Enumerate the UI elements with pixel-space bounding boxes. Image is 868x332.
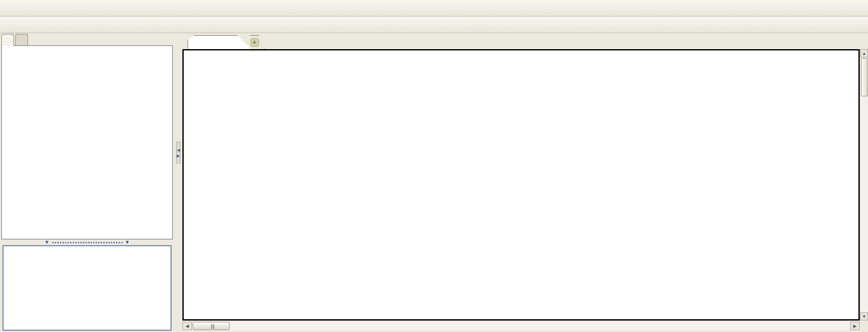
overview-diagram-panel [3,245,172,331]
splitter-grip [52,242,122,243]
browser-tree [1,45,173,239]
scroll-down-button[interactable]: ▼ [860,312,868,321]
horizontal-scroll-thumb[interactable] [193,322,230,330]
scroll-right-button[interactable]: ▶ [850,322,860,330]
diagram-canvas[interactable] [182,49,860,321]
canvas-horizontal-scrollbar[interactable]: ◀ ▶ [182,321,860,330]
canvas-vertical-scrollbar[interactable]: ▲ ▼ [860,49,868,321]
plus-icon: + [251,38,259,47]
tab-all-items[interactable] [188,35,251,49]
scroll-left-button[interactable]: ◀ [182,322,192,330]
main-toolbar [0,0,868,17]
horizontal-splitter[interactable]: ▼ ▼ [1,239,173,245]
diagram-tab-bar: + [182,34,868,49]
tab-diagram[interactable] [15,34,28,46]
splitter-collapse-handle[interactable]: ◀▶ [176,142,180,163]
scroll-up-button[interactable]: ▲ [860,49,868,57]
vertical-splitter[interactable]: ◀▶ [174,33,182,332]
splitter-down-icon: ▼ [125,240,130,245]
vertical-scroll-thumb[interactable] [861,58,868,96]
splitter-up-icon: ▼ [45,240,50,245]
tab-workspace[interactable] [1,34,14,46]
sidebar-tabs [1,34,29,46]
diagram-toolbar [0,17,868,33]
data-modeler-window: ▼ ▼ ◀▶ + ▲ ▼ ◀ ▶ [0,0,868,332]
